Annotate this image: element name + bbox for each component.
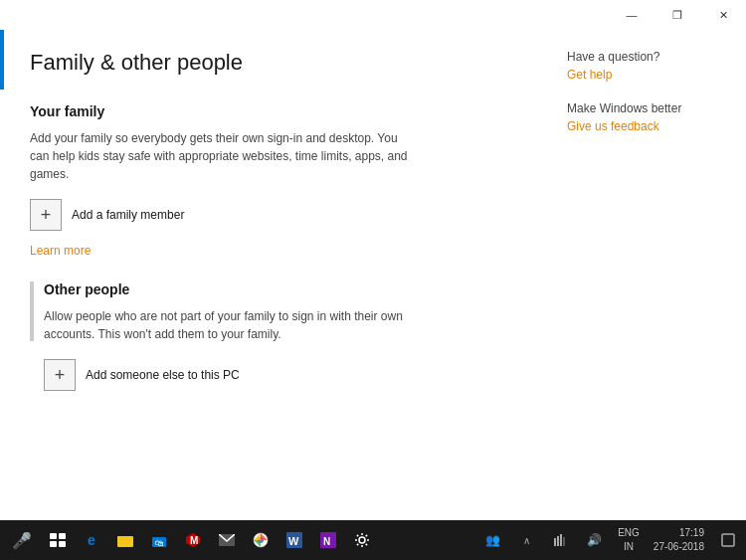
svg-rect-27 [557,536,559,546]
mail-icon[interactable] [211,522,243,558]
add-family-label: Add a family member [72,208,184,222]
svg-rect-3 [59,541,66,547]
minimize-button[interactable]: — [609,0,654,30]
chevron-up-icon[interactable]: ∧ [510,522,542,558]
add-other-label: Add someone else to this PC [86,368,240,382]
restore-button[interactable]: ❐ [654,0,700,30]
close-button[interactable]: ✕ [700,0,746,30]
add-other-person-row[interactable]: + Add someone else to this PC [44,359,517,391]
region-text: IN [618,540,640,554]
other-people-desc: Allow people who are not part of your fa… [44,307,422,343]
windows-label: Make Windows better [567,101,726,115]
antivirus-icon[interactable]: M [177,522,209,558]
word-icon[interactable]: W [279,522,310,558]
your-family-desc: Add your family so everybody gets their … [30,129,408,183]
feedback-link[interactable]: Give us feedback [567,119,726,133]
settings-icon[interactable] [346,522,378,558]
add-family-member-row[interactable]: + Add a family member [30,199,517,231]
network-icon[interactable] [544,522,576,558]
svg-line-22 [357,535,358,536]
notification-icon[interactable] [714,522,742,558]
page-title: Family & other people [30,50,517,76]
lang-text: ENG [618,526,640,540]
other-people-section: Other people Allow people who are not pa… [30,281,517,391]
onenote-icon[interactable]: N [312,522,344,558]
chrome-icon[interactable] [245,522,277,558]
learn-more-link[interactable]: Learn more [30,244,91,258]
clock-date: 27-06-2018 [653,540,704,554]
svg-text:W: W [288,535,299,547]
titlebar: — ❐ ✕ [609,0,746,30]
file-explorer-icon[interactable] [109,522,141,558]
svg-rect-0 [50,533,57,539]
help-panel: Have a question? Get help Make Windows b… [547,30,746,520]
svg-rect-5 [117,536,124,539]
task-view-icon[interactable] [42,522,74,558]
svg-text:N: N [323,536,330,547]
svg-point-17 [359,537,365,543]
svg-rect-29 [563,537,565,546]
content-area: Family & other people Your family Add yo… [0,30,547,520]
svg-rect-1 [59,533,66,539]
clock-block[interactable]: 17:19 27-06-2018 [648,526,710,554]
svg-text:🛍: 🛍 [155,538,164,548]
store-icon[interactable]: 🛍 [143,522,175,558]
svg-line-25 [357,544,358,545]
svg-rect-26 [554,538,556,546]
network-people-icon[interactable]: 👥 [476,522,508,558]
taskbar: 🎤 e 🛍 M [0,520,746,560]
add-other-icon: + [44,359,76,391]
other-people-title: Other people [44,281,517,297]
taskbar-right: 👥 ∧ 🔊 ENG IN 17:19 27-06-2018 [476,522,742,558]
add-family-icon: + [30,199,62,231]
cortana-mic-icon[interactable]: 🎤 [4,522,40,558]
question-label: Have a question? [567,50,726,64]
svg-text:M: M [190,535,198,546]
other-people-accent [30,281,34,341]
your-family-section: Your family Add your family so everybody… [30,103,517,281]
svg-rect-28 [560,534,562,546]
svg-rect-2 [50,541,57,547]
your-family-title: Your family [30,103,517,119]
edge-icon[interactable]: e [76,522,107,558]
language-block[interactable]: ENG IN [614,526,644,554]
svg-rect-30 [722,534,734,546]
volume-icon[interactable]: 🔊 [578,522,610,558]
get-help-link[interactable]: Get help [567,68,726,82]
sys-tray: 👥 ∧ 🔊 [476,522,610,558]
svg-line-24 [366,535,367,536]
svg-line-23 [366,544,367,545]
main-container: Family & other people Your family Add yo… [0,30,746,520]
clock-time: 17:19 [653,526,704,540]
